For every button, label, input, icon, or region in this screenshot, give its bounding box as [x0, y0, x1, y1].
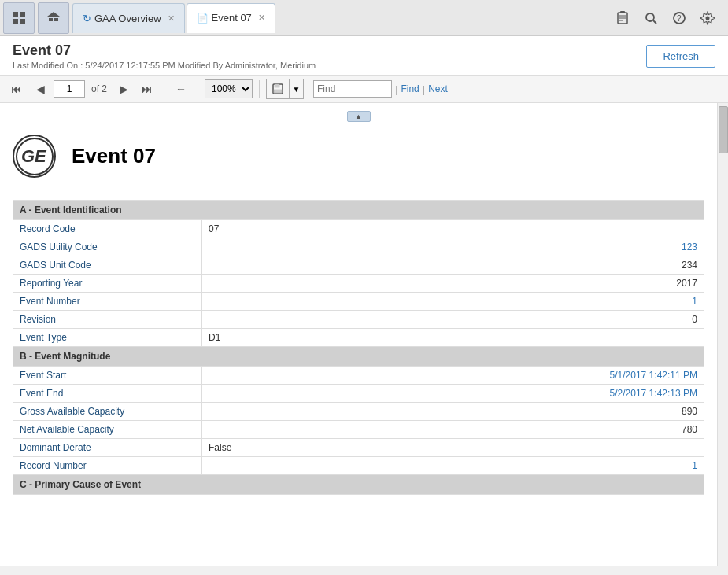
top-icon-group: ?	[612, 7, 719, 29]
collapse-handle[interactable]: ▲	[347, 111, 371, 122]
refresh-button[interactable]: Refresh	[646, 45, 715, 68]
label-dominant-derate: Dominant Derate	[13, 439, 202, 457]
value-dominant-derate: False	[202, 439, 704, 457]
tab-gaa-label: GAA Overview	[94, 13, 161, 24]
label-reporting-year: Reporting Year	[13, 275, 202, 293]
table-row: Event End 5/2/2017 1:42:13 PM	[13, 385, 704, 403]
find-link[interactable]: Find	[401, 83, 419, 94]
svg-rect-6	[54, 18, 58, 21]
table-row: Revision 0	[13, 311, 704, 329]
value-record-code: 07	[202, 220, 704, 238]
table-row: Record Number 1	[13, 457, 704, 475]
value-event-number: 1	[202, 293, 704, 311]
tab-event-label: Event 07	[212, 12, 252, 24]
svg-line-13	[653, 20, 656, 24]
value-record-number: 1	[202, 457, 704, 475]
data-table: A - Event Identification Record Code 07 …	[13, 200, 704, 495]
value-gads-unit: 234	[202, 256, 704, 275]
table-row: Event Start 5/1/2017 1:42:11 PM	[13, 367, 704, 385]
table-row: Gross Available Capacity 890	[13, 403, 704, 421]
report-header: GE Event 07	[13, 127, 704, 194]
label-revision: Revision	[13, 311, 202, 329]
table-row: GADS Utility Code 123	[13, 238, 704, 256]
tab-gaa-overview[interactable]: ↻ GAA Overview ✕	[72, 3, 185, 33]
label-event-start: Event Start	[13, 367, 202, 385]
last-modified-text: Last Modified On : 5/24/2017 12:17:55 PM…	[13, 61, 316, 70]
value-gross-capacity: 890	[202, 403, 704, 421]
back-button[interactable]: ←	[171, 79, 191, 99]
tab-bar: ↻ GAA Overview ✕ 📄 Event 07 ✕	[0, 0, 728, 36]
svg-text:GE: GE	[21, 146, 47, 166]
save-button-group: ▼	[266, 79, 304, 99]
label-gads-unit: GADS Unit Code	[13, 256, 202, 275]
next-link[interactable]: Next	[428, 83, 448, 94]
table-row: Event Type D1	[13, 329, 704, 347]
prev-page-button[interactable]: ◀	[30, 79, 50, 99]
first-page-button[interactable]: ⏮	[6, 79, 27, 99]
value-event-end: 5/2/2017 1:42:13 PM	[202, 385, 704, 403]
svg-rect-8	[620, 11, 625, 13]
svg-rect-5	[49, 18, 53, 21]
svg-text:?: ?	[677, 14, 682, 23]
tab-event-doc-icon: 📄	[197, 13, 209, 24]
search-icon[interactable]	[640, 7, 662, 29]
section-c-header: C - Primary Cause of Event	[13, 475, 704, 495]
page-of-label: of 2	[91, 83, 107, 94]
tab-hierarchy-icon[interactable]	[38, 2, 69, 34]
svg-rect-18	[275, 84, 279, 87]
table-row: Event Number 1	[13, 293, 704, 311]
report-main-title: Event 07	[72, 144, 156, 168]
label-gads-utility: GADS Utility Code	[13, 238, 202, 256]
ge-logo: GE	[13, 135, 56, 178]
tab-dashboard-icon[interactable]	[3, 2, 35, 34]
label-event-type: Event Type	[13, 329, 202, 347]
save-button[interactable]	[266, 79, 290, 99]
settings-icon[interactable]	[697, 7, 719, 29]
tab-gaa-loading-icon: ↻	[83, 13, 91, 24]
label-net-capacity: Net Available Capacity	[13, 421, 202, 439]
content-area: ▲ GE Event 07 A - Event Identification R…	[0, 103, 728, 566]
svg-rect-0	[13, 12, 18, 17]
label-event-end: Event End	[13, 385, 202, 403]
scrollbar-thumb[interactable]	[719, 106, 728, 153]
value-event-type: D1	[202, 329, 704, 347]
label-event-number: Event Number	[13, 293, 202, 311]
table-row: GADS Unit Code 234	[13, 256, 704, 275]
find-separator: |	[395, 83, 397, 95]
svg-point-16	[706, 16, 710, 20]
value-revision: 0	[202, 311, 704, 329]
next-page-button[interactable]: ▶	[113, 79, 134, 99]
svg-marker-4	[47, 12, 60, 17]
table-row: Net Available Capacity 780	[13, 421, 704, 439]
label-record-number: Record Number	[13, 457, 202, 475]
tab-event-close[interactable]: ✕	[258, 13, 265, 23]
table-row: Record Code 07	[13, 220, 704, 238]
page-number-input[interactable]: 1	[54, 80, 85, 98]
value-gads-utility: 123	[202, 238, 704, 256]
separator-1	[164, 80, 164, 98]
header-area: Event 07 Last Modified On : 5/24/2017 12…	[0, 36, 728, 76]
last-page-button[interactable]: ⏭	[137, 79, 157, 99]
separator-3	[259, 80, 260, 98]
svg-rect-2	[13, 19, 18, 24]
find-next-sep: |	[423, 83, 425, 95]
value-reporting-year: 2017	[202, 275, 704, 293]
svg-rect-19	[274, 90, 282, 93]
find-input[interactable]	[313, 80, 392, 98]
section-b-header: B - Event Magnitude	[13, 347, 704, 367]
header-info: Event 07 Last Modified On : 5/24/2017 12…	[13, 42, 316, 70]
scrollbar-track[interactable]	[717, 103, 728, 566]
label-record-code: Record Code	[13, 220, 202, 238]
help-icon[interactable]: ?	[668, 7, 690, 29]
find-area: | Find | Next	[313, 80, 448, 98]
tab-gaa-close[interactable]: ✕	[168, 13, 175, 24]
save-dropdown-button[interactable]: ▼	[290, 79, 304, 99]
zoom-select[interactable]: 100% 50% 75% 125% 150%	[205, 79, 253, 98]
clipboard-icon[interactable]	[612, 7, 634, 29]
tab-event07[interactable]: 📄 Event 07 ✕	[187, 3, 275, 33]
table-row: Reporting Year 2017	[13, 275, 704, 293]
table-row: Dominant Derate False	[13, 439, 704, 457]
report-toolbar: ⏮ ◀ 1 of 2 ▶ ⏭ ← 100% 50% 75% 125% 150% …	[0, 76, 728, 103]
svg-rect-3	[20, 19, 25, 24]
value-event-start: 5/1/2017 1:42:11 PM	[202, 367, 704, 385]
